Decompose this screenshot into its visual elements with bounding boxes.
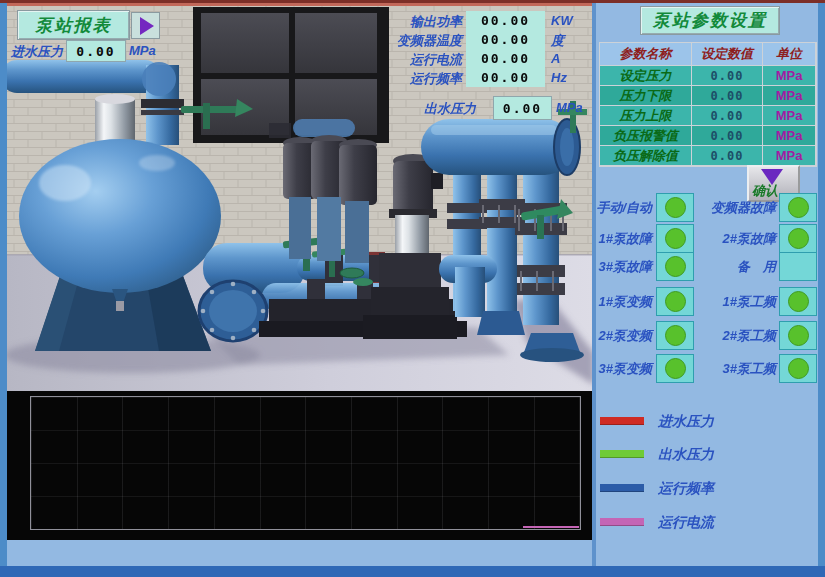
status-lamp (788, 291, 809, 312)
status-lamp (665, 291, 686, 312)
status-lamp (788, 325, 809, 346)
param-setpoint[interactable]: 0.00 (692, 66, 763, 86)
legend-swatch (600, 484, 644, 492)
param-unit: MPa (763, 86, 816, 106)
trend-chart (7, 391, 594, 540)
param-setpoint[interactable]: 0.00 (692, 146, 763, 166)
status-label-pump3-fault: 3#泵故障 (594, 258, 652, 276)
readout-unit: 度 (551, 32, 564, 50)
readout-unit: KW (551, 13, 573, 28)
pipe-flange (141, 99, 184, 108)
inlet-pressure-label: 进水压力 (11, 43, 63, 61)
frame-right (818, 3, 825, 577)
status-label-spare: 备 用 (688, 258, 776, 276)
pump-motor (393, 161, 433, 217)
readout-unit: Hz (551, 70, 567, 85)
column-header: 设定数值 (692, 43, 763, 66)
status-lamp-box (779, 193, 817, 222)
inlet-pressure-unit: MPa (129, 43, 156, 58)
param-unit: MPa (763, 66, 816, 86)
param-unit: MPa (763, 146, 816, 166)
param-unit: MPa (763, 126, 816, 146)
status-lamp (665, 228, 686, 249)
param-setpoint[interactable]: 0.00 (692, 126, 763, 146)
trend-plot-area (30, 396, 581, 530)
status-label-pump2-fault: 2#泵故障 (688, 230, 776, 248)
status-lamp (665, 256, 686, 277)
param-name: 负压解除值 (600, 146, 692, 166)
status-lamp (665, 197, 686, 218)
play-icon (140, 17, 154, 35)
outlet-pressure-unit: MPa (556, 100, 583, 115)
pump-column (317, 197, 341, 261)
outlet-pressure-value: 0.00 (493, 96, 552, 120)
status-lamp-box-empty (779, 252, 817, 281)
column-header: 单位 (763, 43, 816, 66)
status-label-manual-auto: 手动/自动 (594, 199, 652, 217)
status-label-pump1-fault: 1#泵故障 (594, 230, 652, 248)
frame-top (0, 0, 825, 3)
window-reflection-pipe (293, 119, 355, 137)
param-name: 设定压力 (600, 66, 692, 86)
pump-base (363, 315, 457, 339)
window-reflection-motor (269, 123, 291, 138)
panel-divider (592, 3, 596, 566)
param-setpoint[interactable]: 0.00 (692, 106, 763, 126)
status-lamp-box (779, 287, 817, 316)
pump-column (345, 201, 369, 263)
param-name: 压力上限 (600, 106, 692, 126)
status-lamp (788, 197, 809, 218)
readout-value: 00.00 (466, 49, 545, 68)
legend-swatch (600, 450, 644, 458)
param-setpoint[interactable]: 0.00 (692, 86, 763, 106)
window-pane (201, 13, 289, 73)
current-trace (523, 526, 579, 528)
readout-label: 变频器温度 (337, 32, 462, 50)
settings-table: 参数名称 设定数值 单位 设定压力 0.00 MPa 压力下限 0.00 MPa… (599, 42, 817, 167)
legend-label: 进水压力 (658, 413, 714, 431)
pump-motor (339, 139, 377, 205)
status-label-pump1-vfd: 1#泵变频 (594, 293, 652, 311)
readout-unit: A (551, 51, 560, 66)
pump-column (289, 197, 311, 259)
inlet-pressure-value: 0.00 (66, 40, 126, 62)
readout-value: 00.00 (466, 68, 545, 87)
frame-left (0, 3, 7, 577)
riser-foot (477, 311, 525, 335)
status-label-pump2-vfd: 2#泵变频 (594, 327, 652, 345)
readout-label: 运行电流 (337, 51, 462, 69)
status-lamp (665, 325, 686, 346)
outlet-pressure-label: 出水压力 (424, 100, 476, 118)
report-open-button[interactable] (131, 12, 160, 39)
status-label-pump1-mains: 1#泵工频 (688, 293, 776, 311)
legend-label: 出水压力 (658, 446, 714, 464)
legend-label: 运行电流 (658, 514, 714, 532)
legend-label: 运行频率 (658, 480, 714, 498)
outlet-manifold (421, 119, 580, 175)
readout-value: 00.00 (466, 30, 545, 49)
param-unit: MPa (763, 106, 816, 126)
settings-title: 泵站参数设置 (640, 6, 780, 35)
motor-junction-box (431, 173, 443, 189)
confirm-button-label: 确认 (752, 182, 778, 200)
status-lamp (788, 358, 809, 379)
legend-swatch (600, 518, 644, 526)
column-header: 参数名称 (600, 43, 692, 66)
readout-label: 输出功率 (337, 13, 462, 31)
status-lamp (665, 358, 686, 379)
hmi-screen: 泵站报表 进水压力 0.00 MPa 输出功率 00.00 KW 变频器温度 0… (0, 0, 825, 577)
param-name: 压力下限 (600, 86, 692, 106)
status-lamp-box (779, 224, 817, 253)
legend-swatch (600, 417, 644, 425)
status-lamp-box (779, 354, 817, 383)
status-lamp-box (779, 321, 817, 350)
wall-top-trim (7, 3, 594, 6)
readout-label: 运行频率 (337, 70, 462, 88)
readout-value: 00.00 (466, 11, 545, 30)
status-label-pump3-vfd: 3#泵变频 (594, 360, 652, 378)
report-button[interactable]: 泵站报表 (17, 10, 130, 40)
status-label-pump2-mains: 2#泵工频 (688, 327, 776, 345)
param-name: 负压报警值 (600, 126, 692, 146)
status-lamp (788, 228, 809, 249)
status-label-vfd-fault: 变频器故障 (688, 199, 776, 217)
